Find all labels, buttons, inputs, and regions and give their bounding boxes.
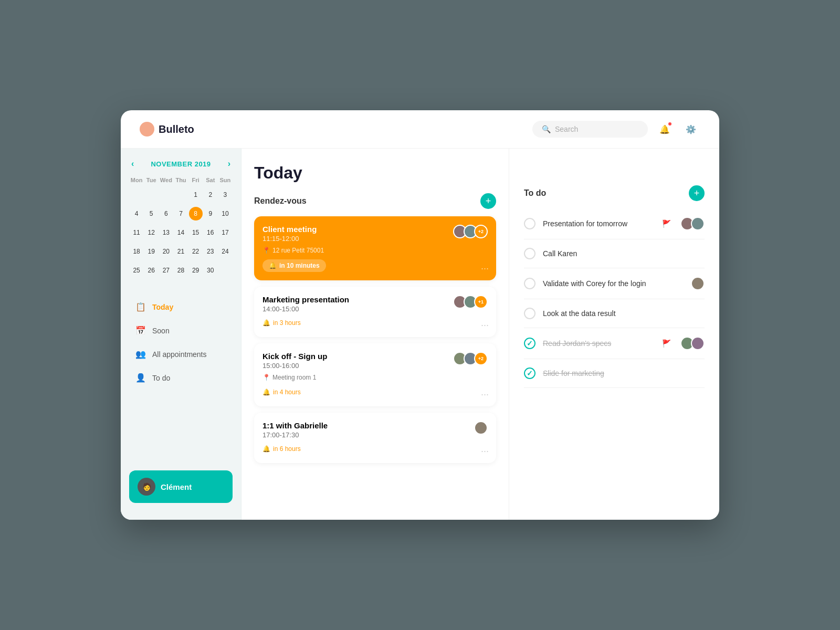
calendar-day[interactable]: 3 (218, 185, 233, 204)
calendar-day[interactable]: 20 (159, 242, 173, 261)
calendar-day[interactable]: 5 (144, 204, 159, 223)
event-card-marketing: Marketing presentation 14:00-15:00 🔔 in … (254, 287, 496, 337)
notifications-button[interactable]: 🔔 (655, 120, 674, 139)
event-card-one-on-one: 1:1 with Gabrielle 17:00-17:30 🔔 in 6 ho… (254, 413, 496, 463)
content-area: Today Rendez-vous + Client meeting 11:15… (242, 149, 719, 520)
add-todo-button[interactable]: + (689, 185, 705, 201)
main-body: ‹ NOVEMBER 2019 › Mon Tue Wed Thu Fri Sa… (121, 149, 719, 520)
settings-button[interactable]: ⚙️ (681, 120, 700, 139)
calendar-header: ‹ NOVEMBER 2019 › (129, 159, 233, 169)
event-card-header: Client meeting 11:15-12:00 📍 12 rue Peti… (262, 225, 488, 272)
calendar-day[interactable]: 25 (129, 261, 144, 280)
event-time-marketing: 14:00-15:00 (262, 305, 349, 313)
calendar-day[interactable]: 28 (173, 261, 188, 280)
calendar-day[interactable]: 29 (188, 261, 203, 280)
event-time-kickoff: 15:00-16:00 (262, 362, 327, 370)
location-pin-icon: 📍 (262, 247, 270, 254)
event-reminder-marketing: 🔔 in 3 hours (262, 317, 301, 329)
search-placeholder[interactable]: Search (555, 125, 578, 133)
location-pin-icon-kickoff: 📍 (262, 374, 270, 381)
event-more-button-marketing[interactable]: ··· (481, 320, 489, 331)
calendar-day[interactable]: 13 (159, 223, 173, 242)
cal-weekday-tue: Tue (144, 175, 159, 185)
calendar-day[interactable]: 17 (218, 223, 233, 242)
calendar-day (159, 185, 173, 204)
calendar-day (129, 185, 144, 204)
todo-checkbox-6[interactable]: ✓ (524, 368, 536, 379)
event-card-header-kickoff: Kick off - Sign up 15:00-16:00 📍 Meeting… (262, 352, 488, 398)
calendar-day[interactable]: 27 (159, 261, 173, 280)
event-time-client-meeting: 11:15-12:00 (262, 235, 326, 243)
calendar-day[interactable]: 16 (203, 223, 218, 242)
event-card-client-meeting: Client meeting 11:15-12:00 📍 12 rue Peti… (254, 216, 496, 280)
header-right: 🔍 Search 🔔 ⚙️ (532, 120, 700, 139)
calendar-day (218, 261, 233, 280)
flag-icon-5: 🚩 (662, 339, 671, 348)
check-mark-6: ✓ (527, 369, 533, 377)
calendar-day[interactable]: 9 (203, 204, 218, 223)
calendar-day[interactable]: 30 (203, 261, 218, 280)
event-more-button-kickoff[interactable]: ··· (481, 389, 489, 400)
event-info-kickoff: Kick off - Sign up 15:00-16:00 📍 Meeting… (262, 352, 327, 398)
avatar-count-marketing: +1 (474, 295, 488, 309)
calendar-day[interactable]: 7 (173, 204, 188, 223)
calendar-day[interactable]: 11 (129, 223, 144, 242)
calendar-day[interactable]: 19 (144, 242, 159, 261)
sidebar-item-soon-label: Soon (152, 327, 170, 335)
calendar-grid: Mon Tue Wed Thu Fri Sat Sun 123456789101… (129, 175, 233, 280)
calendar-day[interactable]: 23 (203, 242, 218, 261)
sidebar-item-all-appointments[interactable]: 👥 All appointments (125, 343, 237, 365)
cal-weekday-thu: Thu (173, 175, 188, 185)
calendar-day[interactable]: 22 (188, 242, 203, 261)
calendar-day[interactable]: 15 (188, 223, 203, 242)
rdv-section-header: Rendez-vous + (254, 193, 496, 209)
calendar-day[interactable]: 6 (159, 204, 173, 223)
todo-checkbox-5[interactable]: ✓ (524, 338, 536, 349)
check-mark-5: ✓ (527, 339, 533, 348)
todo-text-4: Look at the data result (543, 309, 705, 318)
calendar-day[interactable]: 14 (173, 223, 188, 242)
avatar: 🧑 (138, 478, 155, 496)
calendar-day[interactable]: 8 (188, 204, 203, 223)
logo-area: Bulleto (140, 122, 532, 136)
todo-checkbox-4[interactable] (524, 308, 536, 319)
cal-weekday-mon: Mon (129, 175, 144, 185)
event-more-button-one-on-one[interactable]: ··· (481, 446, 489, 457)
todo-text-2: Call Karen (543, 249, 705, 258)
calendar-prev-button[interactable]: ‹ (129, 159, 136, 169)
nav-section: 📋 Today 📅 Soon 👥 All appointments 👤 To d… (121, 290, 241, 464)
calendar-day[interactable]: 10 (218, 204, 233, 223)
todo-text-5: Read Jordan's specs (543, 339, 655, 348)
calendar-day[interactable]: 18 (129, 242, 144, 261)
sidebar-item-soon[interactable]: 📅 Soon (125, 319, 237, 342)
search-box[interactable]: 🔍 Search (532, 121, 648, 138)
add-rdv-button[interactable]: + (480, 193, 496, 209)
event-reminder-kickoff: 🔔 in 4 hours (262, 386, 301, 398)
sidebar-item-todo[interactable]: 👤 To do (125, 366, 237, 389)
todo-checkbox-1[interactable] (524, 218, 536, 229)
calendar-next-button[interactable]: › (226, 159, 233, 169)
event-more-button-client-meeting[interactable]: ··· (481, 263, 489, 274)
rdv-column: Today Rendez-vous + Client meeting 11:15… (242, 149, 509, 520)
calendar-day[interactable]: 1 (188, 185, 203, 204)
todo-item-5: ✓ Read Jordan's specs 🚩 (524, 328, 705, 359)
calendar-day[interactable]: 2 (203, 185, 218, 204)
calendar-day[interactable]: 26 (144, 261, 159, 280)
sidebar: ‹ NOVEMBER 2019 › Mon Tue Wed Thu Fri Sa… (121, 149, 242, 520)
logo-circle (140, 122, 154, 136)
sidebar-item-today[interactable]: 📋 Today (125, 296, 237, 318)
todo-checkbox-3[interactable] (524, 278, 536, 289)
bell-icon-marketing: 🔔 (262, 319, 270, 327)
sidebar-item-today-label: Today (152, 303, 173, 311)
bell-icon-one-on-one: 🔔 (262, 445, 270, 453)
user-card[interactable]: 🧑 Clément (129, 470, 233, 503)
calendar-day[interactable]: 12 (144, 223, 159, 242)
todo-checkbox-2[interactable] (524, 248, 536, 259)
event-card-header-one-on-one: 1:1 with Gabrielle 17:00-17:30 🔔 in 6 ho… (262, 421, 488, 455)
page-title: Today (254, 163, 496, 183)
calendar-day[interactable]: 21 (173, 242, 188, 261)
event-location-kickoff: 📍 Meeting room 1 (262, 374, 327, 381)
calendar-day[interactable]: 4 (129, 204, 144, 223)
calendar-day[interactable]: 24 (218, 242, 233, 261)
todo-item-1: Presentation for tomorrow 🚩 (524, 208, 705, 239)
